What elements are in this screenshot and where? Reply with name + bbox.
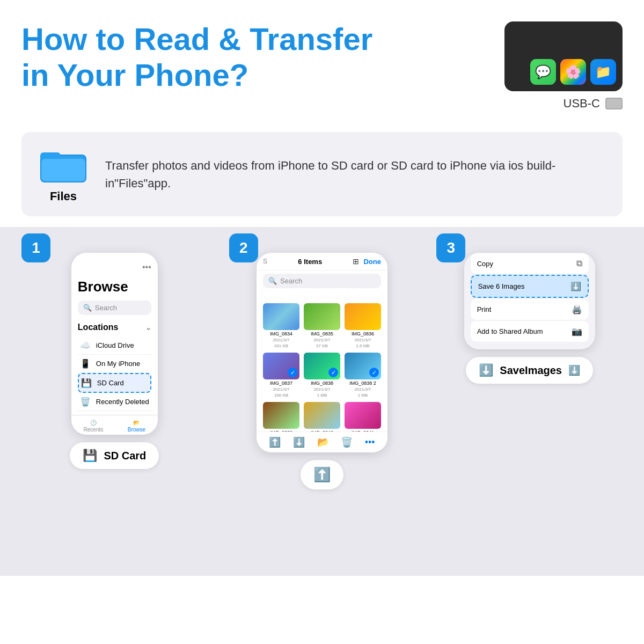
file-item-08382-s2[interactable]: ✓ IMG_0838 2 2021/3/7 1 MB — [345, 353, 381, 398]
step2-badge: 2 — [229, 233, 258, 262]
folder-action-icon[interactable]: 📂 — [317, 436, 329, 448]
more-action-icon[interactable]: ••• — [365, 437, 375, 448]
browse-search-bar[interactable]: 🔍 Search — [78, 301, 151, 315]
step2-search-bar[interactable]: 🔍 Search — [263, 274, 381, 288]
copy-icon: ⧉ — [576, 259, 582, 268]
files-app-label: Files — [50, 189, 77, 203]
step1-badge: 1 — [21, 233, 50, 262]
step2-done-btn[interactable]: Done — [363, 258, 381, 266]
search-icon: 🔍 — [83, 304, 92, 312]
top-section: How to Read & Transfer in Your Phone? 💬 … — [0, 0, 644, 121]
step3-wrap: 3 S 6 Items ⊞ Done 🔍 Search — [431, 243, 628, 384]
step1-wrap: 1 ••• Browse 🔍 Search Locations ⌄ — [16, 243, 213, 469]
sdcard-icon: 💾 — [81, 378, 92, 388]
file-item-0836-s2[interactable]: IMG_0836 2021/3/7 1.6 MB — [345, 303, 381, 348]
usb-c-label: USB-C — [564, 97, 623, 111]
step2-wrap: 2 S 6 Items ⊞ Done 🔍 Search — [224, 243, 421, 489]
step2-search-icon: 🔍 — [268, 277, 277, 285]
move-action-icon[interactable]: ⬇️ — [293, 436, 305, 448]
file-thumb-0834-s2 — [263, 303, 299, 330]
save-label-icon: ⬇️ — [479, 363, 493, 377]
print-icon: 🖨️ — [572, 304, 582, 314]
ellipsis-icon[interactable]: ••• — [142, 262, 151, 272]
main-container: How to Read & Transfer in Your Phone? 💬 … — [0, 0, 644, 644]
files-app-icon: 📁 — [590, 59, 616, 85]
file-item-0838-s2[interactable]: ✓ IMG_0838 2021/3/7 1 MB — [304, 353, 340, 398]
share-sheet: 📄 6 Images ✕ 📡 AirDrop 💬 Messages — [464, 253, 595, 349]
locations-chevron[interactable]: ⌄ — [145, 324, 151, 332]
photos-app-icon: 🌸 — [560, 59, 586, 85]
iphone-icon: 📱 — [80, 358, 91, 369]
step2-search-text: Search — [280, 277, 302, 285]
share-label-icon: ⬆️ — [313, 466, 331, 483]
save-images-icon: ⬇️ — [570, 281, 581, 291]
delete-action-icon[interactable]: 🗑️ — [341, 436, 353, 448]
files-icon-wrap: Files — [36, 145, 90, 203]
check-0838: ✓ — [328, 368, 338, 377]
browse-screen: ••• Browse 🔍 Search Locations ⌄ ☁️ iClou… — [71, 253, 158, 435]
file-thumb-0836-s2 — [345, 303, 381, 330]
step3-bottom-label: ⬇️ SaveImages ⬇️ — [466, 357, 593, 384]
file-thumb-0840-s2 — [304, 402, 340, 429]
file-thumb-0835-s2 — [304, 303, 340, 330]
step2-back[interactable]: S — [263, 258, 267, 265]
page-title: How to Read & Transfer in Your Phone? — [21, 21, 386, 93]
step2-phone: S 6 Items ⊞ Done 🔍 Search — [257, 253, 387, 452]
step2-bottom-label: ⬆️ — [301, 460, 343, 489]
step2-action-bar: ⬆️ ⬇️ 📂 🗑️ ••• — [257, 431, 387, 452]
file-item-0834-s2[interactable]: IMG_0834 2021/3/7 431 KB — [263, 303, 299, 348]
shared-album-action-row[interactable]: Add to Shared Album 📷 — [471, 321, 589, 342]
steps-section: 1 ••• Browse 🔍 Search Locations ⌄ — [0, 227, 644, 576]
tab-browse[interactable]: 📂 Browse — [128, 420, 145, 433]
folder-icon — [39, 145, 87, 185]
share-action-icon[interactable]: ⬆️ — [269, 436, 281, 448]
location-iphone[interactable]: 📱 On My iPhone — [78, 355, 151, 373]
location-icloud[interactable]: ☁️ iCloud Drive — [78, 336, 151, 355]
messages-app-icon: 💬 — [530, 59, 556, 85]
step3-phone: S 6 Items ⊞ Done 🔍 Search — [464, 253, 595, 349]
copy-action-row[interactable]: Copy ⧉ — [471, 253, 589, 274]
save-images-action-row[interactable]: Save 6 Images ⬇️ — [471, 275, 589, 298]
tab-recents[interactable]: 🕐 Recents — [84, 420, 104, 433]
top-right: 💬 🌸 📁 USB-C — [504, 21, 623, 111]
icloud-icon: ☁️ — [80, 340, 91, 350]
browse-search-text: Search — [95, 304, 117, 312]
files-section: Files Transfer photos and videos from iP… — [21, 132, 623, 216]
step1-phone: ••• Browse 🔍 Search Locations ⌄ ☁️ iClou… — [71, 253, 158, 435]
file-item-0835-s2[interactable]: IMG_0835 2021/3/7 37 KB — [304, 303, 340, 348]
files-description: Transfer photos and videos from iPhone t… — [105, 157, 608, 192]
step1-bottom-label: 💾 SD Card — [70, 442, 159, 469]
file-thumb-0838-s2: ✓ — [304, 353, 340, 379]
check-0837: ✓ — [288, 368, 297, 377]
browse-title: Browse — [78, 279, 151, 295]
file-thumb-0839-s2 — [263, 402, 299, 429]
locations-header: Locations ⌄ — [78, 323, 151, 332]
step3-badge: 3 — [436, 233, 465, 262]
grid-icon[interactable]: ⊞ — [353, 257, 359, 266]
svg-rect-3 — [41, 159, 85, 181]
file-thumb-0837-s2: ✓ — [263, 353, 299, 379]
browse-bottom-tabs: 🕐 Recents 📂 Browse — [71, 415, 158, 435]
check-08382: ✓ — [369, 368, 379, 377]
file-thumb-08382-s2: ✓ — [345, 353, 381, 379]
location-deleted[interactable]: 🗑️ Recently Deleted — [78, 393, 151, 411]
print-action-row[interactable]: Print 🖨️ — [471, 299, 589, 320]
usb-c-text: USB-C — [564, 97, 600, 111]
shared-album-icon: 📷 — [572, 326, 582, 336]
file-item-0837-s2[interactable]: ✓ IMG_0837 2021/3/7 106 KB — [263, 353, 299, 398]
location-sdcard[interactable]: 💾 SD Card — [78, 373, 151, 393]
phone-corner: 💬 🌸 📁 — [504, 21, 623, 91]
step2-top-bar: S 6 Items ⊞ Done — [257, 253, 387, 270]
file-thumb-0841-s2 — [345, 402, 381, 429]
deleted-icon: 🗑️ — [80, 397, 91, 407]
usb-connector-shape — [605, 98, 623, 109]
sdcard-label-icon: 💾 — [83, 449, 97, 463]
step2-file-grid: IMG_0834 2021/3/7 431 KB IMG_0835 2021/3… — [257, 298, 387, 452]
